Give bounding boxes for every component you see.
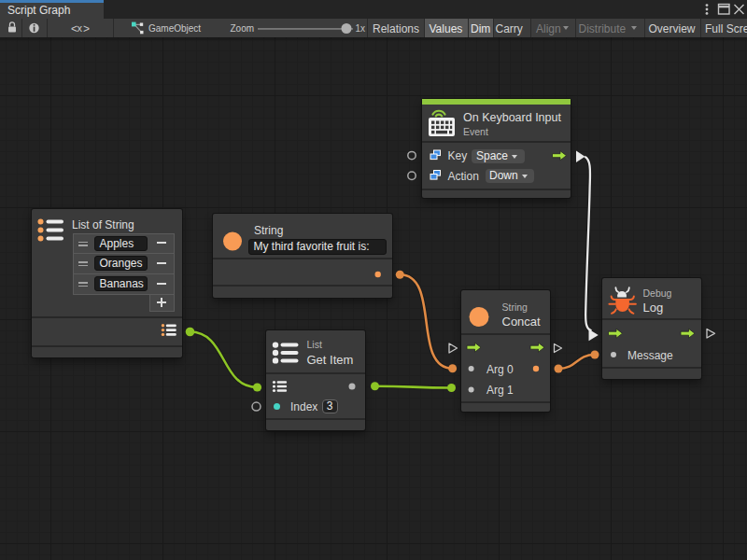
svg-text:x: x [78,22,83,34]
svg-text:>: > [83,22,90,35]
